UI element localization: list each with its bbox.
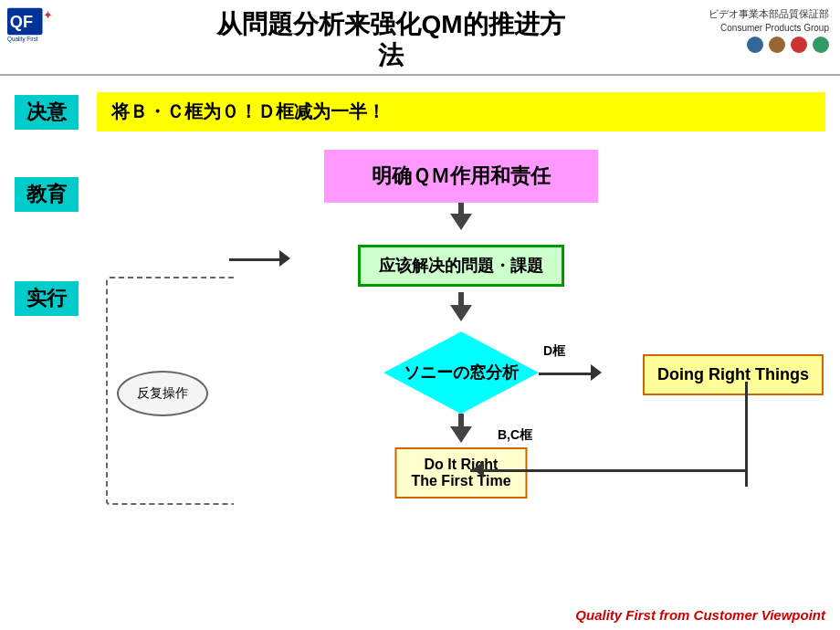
flowchart: 反复操作 应该解决的問題・課題 ソニーの窓分析 D框	[97, 245, 825, 500]
arrow-v2	[450, 414, 472, 443]
fukusousa-ellipse: 反复操作	[117, 371, 208, 416]
title-line2: 法	[216, 40, 564, 71]
dot-red	[791, 37, 807, 53]
main-title: 从問題分析来强化QM的推进方 法	[216, 9, 564, 70]
doing-right-box: Doing Right Things	[643, 354, 824, 395]
svg-text:Quality First: Quality First	[7, 36, 38, 43]
juyi-content: 将Ｂ・Ｃ框为０！Ｄ框减为一半！	[97, 92, 825, 131]
arrow-head-1	[450, 305, 472, 321]
shixing-label: 实行	[15, 281, 79, 316]
qm-box: 明确ＱＭ作用和责任	[324, 150, 598, 203]
arrow-right-head	[591, 364, 602, 381]
title-line1: 从問題分析来强化QM的推进方	[216, 9, 564, 40]
fukusousa-text: 反复操作	[137, 385, 188, 402]
arrow-stem-1	[458, 292, 464, 305]
row-jiaoyu: 教育 明确ＱＭ作用和责任	[15, 150, 825, 230]
arrow-right-to-dirt	[470, 469, 748, 472]
footer: Quality First from Customer Viewpoint	[575, 607, 825, 623]
arrow-loop-right	[229, 258, 284, 261]
svg-text:✦: ✦	[43, 9, 53, 22]
color-dots	[683, 37, 829, 53]
footer-text: Quality First from Customer Viewpoint	[575, 607, 825, 623]
arrow-down-1	[450, 203, 472, 230]
logo-area: QF Quality First ✦	[7, 7, 99, 47]
dirt-line2: The First Time	[411, 473, 510, 489]
dot-brown	[769, 37, 785, 53]
dot-blue	[747, 37, 763, 53]
bc-frame-label: B,C框	[498, 427, 532, 444]
group-name: Consumer Products Group	[683, 23, 829, 33]
header: QF Quality First ✦ 从問題分析来强化QM的推进方 法 ビデオ事…	[0, 0, 840, 76]
top-right-info: ビデオ事業本部品質保証部 Consumer Products Group	[683, 7, 829, 53]
arrow-loop-right-head	[279, 250, 290, 267]
arrow-stem	[458, 203, 464, 214]
jiaoyu-label: 教育	[15, 177, 79, 212]
shixing-label-wrap: 实行	[15, 245, 97, 316]
arrow-left-head-dirt	[473, 461, 484, 478]
dirt-box: Do It Right The First Time	[394, 447, 527, 499]
svg-text:QF: QF	[10, 13, 33, 31]
d-frame-label: D框	[543, 343, 565, 360]
arrow-right-line	[539, 373, 593, 375]
company-name: ビデオ事業本部品質保証部	[683, 7, 829, 21]
juyi-label: 决意	[15, 95, 79, 130]
dot-green	[813, 37, 829, 53]
jiaoyu-content: 明确ＱＭ作用和责任	[97, 150, 825, 230]
arrow-v1	[450, 292, 472, 321]
arrow-head-2	[450, 426, 472, 443]
doing-right-text: Doing Right Things	[657, 365, 809, 383]
arrow-head	[450, 214, 472, 230]
diamond-wrap	[383, 331, 539, 414]
problems-box: 应该解决的問題・課題	[358, 245, 564, 287]
content: 决意 将Ｂ・Ｃ框为０！Ｄ框减为一半！ 教育 明确ＱＭ作用和责任 实行 反复操作	[0, 76, 840, 624]
row-shixing: 实行 反复操作 应该解决的問題・課題 ソニーの窓分析	[15, 245, 825, 500]
logo-icon: QF Quality First ✦	[7, 7, 58, 44]
title-area: 从問題分析来强化QM的推进方 法	[99, 7, 683, 70]
diamond-shape	[383, 331, 539, 414]
arrow-stem-2	[458, 414, 464, 426]
row-juyi: 决意 将Ｂ・Ｃ框为０！Ｄ框减为一半！	[15, 92, 825, 131]
